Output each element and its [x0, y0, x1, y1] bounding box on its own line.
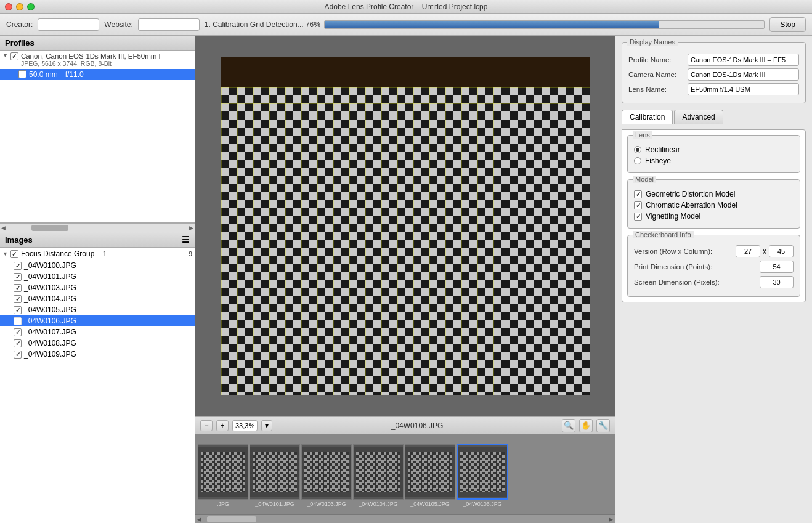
creator-label: Creator: [6, 20, 33, 29]
vignetting-checkbox[interactable] [634, 213, 642, 221]
image-item-5[interactable]: _04W0106.JPG [0, 315, 195, 326]
lens-name-label: Lens Name: [628, 86, 684, 93]
thumb-scroll-left[interactable]: ◀ [195, 516, 203, 522]
minimize-button[interactable] [16, 3, 23, 10]
img-checkbox-1[interactable] [14, 273, 22, 281]
img-checkbox-7[interactable] [14, 339, 22, 347]
thumbnail-0[interactable] [198, 444, 248, 500]
camera-name-row: Camera Name: [628, 68, 799, 81]
zoom-in-button[interactable]: + [216, 420, 229, 431]
expand-icon[interactable] [2, 52, 8, 59]
aperture: f/11.0 [65, 70, 84, 79]
chromatic-row[interactable]: Chromatic Aberration Model [634, 201, 794, 209]
screen-label: Screen Dimension (Pixels): [634, 278, 760, 286]
scroll-left-btn[interactable]: ◀ [0, 225, 7, 231]
image-item-0[interactable]: _04W0100.JPG [0, 260, 195, 271]
print-value-input[interactable] [760, 261, 794, 273]
thumbnail-scrollbar[interactable]: ◀ ▶ [195, 514, 615, 523]
website-input[interactable] [138, 18, 200, 31]
group-expand-icon[interactable] [2, 251, 8, 257]
img-checkbox-5[interactable] [14, 317, 22, 325]
screen-row: Screen Dimension (Pixels): [634, 276, 794, 288]
zoom-out-button[interactable]: − [200, 420, 213, 431]
thumb-wrapper-1[interactable]: _04W0101.JPG [250, 444, 300, 507]
fisheye-row[interactable]: Fisheye [634, 156, 794, 165]
stop-button[interactable]: Stop [769, 17, 806, 32]
img-checkbox-8[interactable] [14, 351, 22, 359]
zoom-dropdown-button[interactable]: ▾ [261, 420, 272, 431]
window-title: Adobe Lens Profile Creator – Untitled Pr… [325, 2, 488, 11]
img-filename-2: _04W0103.JPG [24, 283, 76, 292]
image-item-2[interactable]: _04W0103.JPG [0, 282, 195, 293]
lens-name-input[interactable] [688, 83, 799, 95]
images-menu-icon[interactable]: ☰ [182, 235, 190, 245]
scroll-right-btn[interactable]: ▶ [188, 225, 195, 231]
settings-tool-button[interactable]: 🔧 [596, 419, 610, 432]
thumb-label-0: .JPG [217, 501, 229, 507]
profile-checkbox[interactable] [10, 52, 18, 60]
advanced-tab[interactable]: Advanced [674, 110, 723, 124]
thumb-label-2: _04W0103.JPG [307, 501, 346, 507]
thumb-wrapper-0[interactable]: .JPG [198, 444, 248, 507]
geometric-checkbox[interactable] [634, 190, 642, 198]
image-item-4[interactable]: _04W0105.JPG [0, 304, 195, 315]
img-filename-3: _04W0104.JPG [24, 294, 76, 303]
thumbnail-strip: .JPG _04W0101.JPG [195, 434, 615, 523]
scroll-thumb[interactable] [31, 225, 68, 231]
thumb-scroll-thumb[interactable] [207, 516, 256, 522]
profiles-scrollbar[interactable]: ◀ ▶ [0, 223, 195, 232]
profile-item[interactable]: Canon, Canon EOS-1Ds Mark III, EF50mm f … [0, 51, 195, 69]
thumb-scroll-right[interactable]: ▶ [607, 516, 615, 522]
profile-name-input[interactable] [688, 54, 799, 66]
rectilinear-row[interactable]: Rectilinear [634, 145, 794, 154]
window-controls[interactable] [5, 3, 35, 10]
image-item-1[interactable]: _04W0101.JPG [0, 271, 195, 282]
thumbnail-1[interactable] [250, 444, 300, 500]
thumb-wrapper-2[interactable]: _04W0103.JPG [301, 444, 352, 507]
rectilinear-radio[interactable] [634, 146, 641, 153]
image-item-7[interactable]: _04W0108.JPG [0, 338, 195, 349]
zoom-tool-button[interactable]: 🔍 [562, 419, 575, 432]
thumbnail-3[interactable] [353, 444, 404, 500]
right-panel: Display Names Profile Name: Camera Name:… [615, 36, 812, 523]
focus-distance-group[interactable]: Focus Distance Group – 1 9 [0, 248, 195, 260]
creator-input[interactable] [38, 18, 99, 31]
thumb-cb-5 [460, 452, 505, 492]
image-item-6[interactable]: _04W0107.JPG [0, 326, 195, 338]
tab-content: Lens Rectilinear Fisheye Model [622, 129, 806, 302]
thumbnail-2[interactable] [301, 444, 352, 500]
vignetting-row[interactable]: Vignetting Model [634, 212, 794, 221]
thumb-wrapper-4[interactable]: _04W0105.JPG [405, 444, 455, 507]
thumb-label-5: _04W0106.JPG [463, 501, 502, 507]
thumbnail-5[interactable] [457, 444, 508, 500]
focal-checkbox[interactable] [18, 70, 26, 78]
thumbnail-4[interactable] [405, 444, 455, 500]
chromatic-checkbox[interactable] [634, 201, 642, 209]
profiles-tree[interactable]: Canon, Canon EOS-1Ds Mark III, EF50mm f … [0, 51, 195, 223]
thumb-wrapper-5[interactable]: _04W0106.JPG [457, 444, 508, 507]
group-checkbox[interactable] [10, 250, 18, 258]
version-row-input[interactable] [736, 245, 760, 257]
img-checkbox-6[interactable] [14, 328, 22, 336]
geometric-row[interactable]: Geometric Distortion Model [634, 190, 794, 198]
img-checkbox-4[interactable] [14, 306, 22, 314]
hand-tool-button[interactable]: ✋ [579, 419, 593, 432]
img-checkbox-2[interactable] [14, 284, 22, 292]
camera-name-input[interactable] [688, 68, 799, 81]
thumb-wrapper-3[interactable]: _04W0104.JPG [353, 444, 404, 507]
thumb-inner-5 [458, 447, 507, 497]
img-checkbox-0[interactable] [14, 262, 22, 270]
img-checkbox-3[interactable] [14, 295, 22, 303]
calibration-tab[interactable]: Calibration [622, 110, 673, 124]
chromatic-label: Chromatic Aberration Model [646, 201, 737, 209]
close-button[interactable] [5, 3, 12, 10]
images-tree[interactable]: Focus Distance Group – 1 9 _04W0100.JPG … [0, 248, 195, 523]
maximize-button[interactable] [27, 3, 35, 10]
version-col-input[interactable] [769, 245, 794, 257]
image-item-3[interactable]: _04W0104.JPG [0, 293, 195, 304]
image-item-8[interactable]: _04W0109.JPG [0, 349, 195, 360]
times-symbol: x [763, 247, 766, 256]
screen-value-input[interactable] [760, 276, 794, 288]
focal-length-item[interactable]: 50.0 mm f/11.0 [0, 69, 195, 80]
fisheye-radio[interactable] [634, 157, 641, 164]
